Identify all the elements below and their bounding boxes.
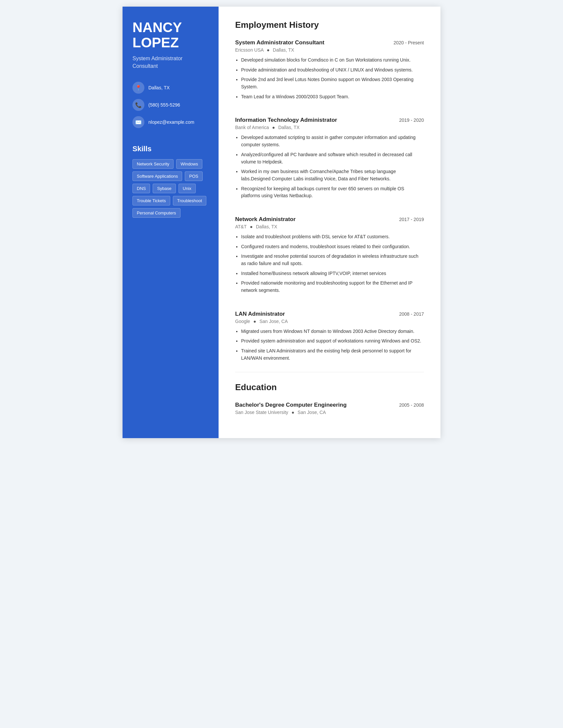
skill-tag: Unix [178, 184, 196, 193]
job-header: LAN Administrator 2008 - 2017 [235, 311, 424, 317]
skills-heading: Skills [132, 145, 209, 153]
skill-tag: Trouble Tickets [132, 196, 170, 205]
contact-section: 📍 Dallas, TX 📞 (580) 555-5296 ✉️ nlopez@… [132, 82, 209, 128]
email-icon: ✉️ [132, 116, 144, 128]
job-dates: 2019 - 2020 [399, 117, 424, 123]
skill-tag: Sybase [153, 184, 175, 193]
education-entry: Bachelor's Degree Computer Engineering 2… [235, 402, 424, 415]
job-header: Information Technology Administrator 201… [235, 117, 424, 123]
bullet-item: Recognized for keeping all backups curre… [241, 185, 424, 200]
skill-tag: Personal Computers [132, 208, 180, 218]
bullet-item: Isolate and troubleshoot problems with D… [241, 233, 424, 241]
job-title: Information Technology Administrator [235, 117, 337, 123]
job-bullets: Developed automated scripting to assist … [235, 134, 424, 200]
education-heading: Education [235, 382, 424, 394]
skill-tag: Software Applications [132, 171, 182, 181]
email-text: nlopez@example.com [148, 119, 194, 125]
job-dates: 2020 - Present [394, 40, 424, 45]
bullet-item: Developed automated scripting to assist … [241, 134, 424, 148]
resume-container: NANCY LOPEZ System Administrator Consult… [122, 7, 441, 438]
bullet-item: Migrated users from Windows NT domain to… [241, 328, 424, 335]
job-entry: System Administrator Consultant 2020 - P… [235, 39, 424, 107]
location-text: Dallas, TX [148, 85, 169, 90]
job-title: LAN Administrator [235, 311, 285, 317]
job-company: Google ● San Jose, CA [235, 319, 424, 324]
bullet-item: Installed home/Business network allowing… [241, 270, 424, 277]
job-bullets: Isolate and troubleshoot problems with D… [235, 233, 424, 294]
job-header: System Administrator Consultant 2020 - P… [235, 39, 424, 46]
job-dates: 2008 - 2017 [399, 311, 424, 317]
candidate-name: NANCY LOPEZ [132, 20, 209, 50]
edu-degree: Bachelor's Degree Computer Engineering [235, 402, 347, 408]
employment-heading: Employment History [235, 20, 424, 32]
education-container: Bachelor's Degree Computer Engineering 2… [235, 402, 424, 415]
bullet-item: Trained site LAN Administrators and the … [241, 347, 424, 362]
skill-tag: Windows [176, 159, 202, 169]
job-entry: Network Administrator 2017 - 2019 AT&T ●… [235, 216, 424, 301]
bullet-item: Provide 2nd and 3rd level Lotus Notes Do… [241, 76, 424, 90]
phone-icon: 📞 [132, 99, 144, 111]
location-item: 📍 Dallas, TX [132, 82, 209, 94]
bullet-item: Developed simulation blocks for Comdisco… [241, 57, 424, 64]
bullet-item: Team Lead for a Windows 2000/2003 Suppor… [241, 93, 424, 101]
skill-tag: Network Security [132, 159, 173, 169]
job-entry: LAN Administrator 2008 - 2017 Google ● S… [235, 311, 424, 362]
edu-dates: 2005 - 2008 [399, 402, 424, 408]
bullet-item: Investigate and resolve potential source… [241, 253, 424, 267]
job-bullets: Migrated users from Windows NT domain to… [235, 328, 424, 362]
edu-header: Bachelor's Degree Computer Engineering 2… [235, 402, 424, 408]
job-dates: 2017 - 2019 [399, 217, 424, 222]
skills-tags: Network SecurityWindowsSoftware Applicat… [132, 159, 209, 218]
section-divider [235, 372, 424, 372]
job-bullets: Developed simulation blocks for Comdisco… [235, 57, 424, 100]
job-company: Bank of America ● Dallas, TX [235, 125, 424, 130]
education-section: Education Bachelor's Degree Computer Eng… [235, 382, 424, 415]
skill-tag: POS [185, 171, 202, 181]
candidate-title: System Administrator Consultant [132, 55, 209, 70]
job-header: Network Administrator 2017 - 2019 [235, 216, 424, 223]
bullet-item: Provided system administration and suppo… [241, 338, 424, 345]
skills-section: Skills Network SecurityWindowsSoftware A… [132, 145, 209, 425]
edu-school: San Jose State University ● San Jose, CA [235, 410, 424, 415]
sidebar: NANCY LOPEZ System Administrator Consult… [122, 7, 218, 438]
skill-tag: DNS [132, 184, 150, 193]
jobs-container: System Administrator Consultant 2020 - P… [235, 39, 424, 362]
job-title: System Administrator Consultant [235, 39, 325, 46]
bullet-item: Analyzed/configured all PC hardware and … [241, 151, 424, 165]
job-title: Network Administrator [235, 216, 296, 223]
bullet-item: Provided nationwide monitoring and troub… [241, 280, 424, 294]
main-content: Employment History System Administrator … [218, 7, 441, 438]
job-entry: Information Technology Administrator 201… [235, 117, 424, 206]
job-company: AT&T ● Dallas, TX [235, 224, 424, 229]
phone-item: 📞 (580) 555-5296 [132, 99, 209, 111]
location-icon: 📍 [132, 82, 144, 94]
bullet-item: Worked in my own business with Comanche/… [241, 168, 424, 182]
email-item: ✉️ nlopez@example.com [132, 116, 209, 128]
skill-tag: Troubleshoot [173, 196, 206, 205]
job-company: Ericsson USA ● Dallas, TX [235, 47, 424, 53]
bullet-item: Provide administration and troubleshooti… [241, 67, 424, 74]
phone-text: (580) 555-5296 [148, 102, 180, 108]
bullet-item: Configured routers and modems, troublesh… [241, 243, 424, 250]
